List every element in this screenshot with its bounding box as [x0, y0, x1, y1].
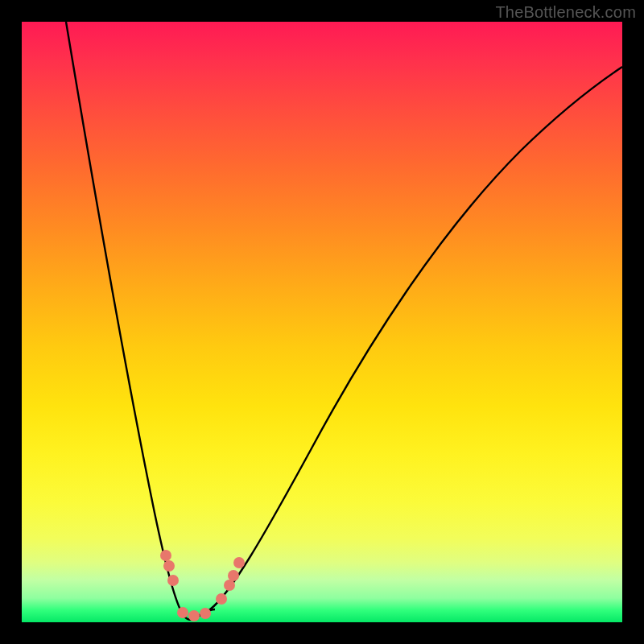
marker	[188, 610, 200, 621]
marker	[228, 570, 239, 581]
marker	[233, 557, 245, 568]
marker	[216, 593, 227, 605]
marker	[163, 560, 175, 572]
outer-frame: TheBottleneck.com	[0, 0, 644, 644]
marker	[167, 575, 179, 586]
plot-area	[22, 22, 622, 622]
marker	[160, 550, 171, 561]
marker	[177, 607, 188, 618]
chart-svg	[22, 22, 622, 622]
curve-left	[66, 22, 215, 620]
curve-right	[191, 67, 622, 617]
marker	[224, 580, 235, 591]
marker	[200, 608, 211, 619]
watermark-text: TheBottleneck.com	[495, 3, 636, 22]
marker-group	[160, 550, 245, 621]
